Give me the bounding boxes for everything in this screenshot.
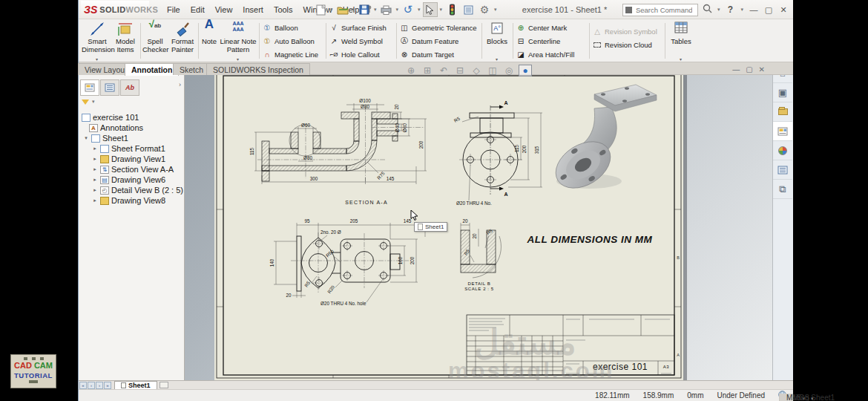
- top-view[interactable]: 95 205 145 140 20 2no. 20 Ø R50 R5 R20 1…: [269, 218, 425, 306]
- detail-view-b[interactable]: 20 20 R5 R5 DETAIL B SCALE 2 : 5: [461, 218, 501, 291]
- drawing-sheet[interactable]: B A Ø100 Ø: [214, 70, 683, 380]
- tree-item-sheet1[interactable]: ▾ Sheet1: [80, 133, 183, 143]
- menu-view[interactable]: View: [210, 5, 238, 14]
- tab-annotation[interactable]: Annotation: [125, 63, 179, 76]
- close-button[interactable]: ✕: [778, 5, 789, 15]
- surface-finish-button[interactable]: √Surface Finish: [329, 21, 387, 34]
- search-box[interactable]: [622, 4, 698, 16]
- select-caret[interactable]: ▾: [440, 7, 443, 13]
- restore-button[interactable]: ▢: [763, 5, 774, 15]
- tree-filter-row[interactable]: ▾: [82, 99, 95, 105]
- design-library-icon[interactable]: [773, 102, 792, 122]
- model-items-button[interactable]: Model Items: [113, 21, 138, 61]
- undo-caret[interactable]: ▾: [418, 7, 421, 13]
- options-gear-button[interactable]: ⚙: [477, 2, 492, 17]
- tab-solidworks-inspection[interactable]: SOLIDWORKS Inspection: [206, 63, 310, 75]
- linear-note-pattern-button[interactable]: AAAAAA Linear Note Pattern: [219, 21, 257, 61]
- tab-display-manager[interactable]: Ab: [120, 79, 139, 96]
- magnetic-line-button[interactable]: ∩Magnetic Line: [262, 48, 318, 61]
- new-document-button[interactable]: [313, 2, 328, 17]
- add-sheet-button[interactable]: [160, 382, 168, 388]
- weld-symbol-button[interactable]: ↗Weld Symbol: [329, 34, 387, 48]
- blocks-button[interactable]: A° Blocks: [484, 21, 510, 61]
- custom-properties-icon[interactable]: [773, 160, 792, 180]
- first-sheet-button[interactable]: «: [79, 382, 87, 389]
- smart-dimension-button[interactable]: Smart Dimension: [82, 21, 113, 61]
- expander-icon[interactable]: ▸: [92, 177, 98, 183]
- search-icon[interactable]: [703, 3, 712, 16]
- tree-item-drawing-view6[interactable]: ▸ ▤ Drawing View6: [80, 175, 183, 185]
- isometric-view[interactable]: [548, 85, 657, 198]
- tree-item-section-view[interactable]: ▸ ⇅ Section View A-A: [80, 164, 183, 175]
- section-view-a-a[interactable]: Ø100 Ø80 20 Ø60 Ø80 115 Ø40 Ø60 200 R75: [249, 98, 427, 205]
- file-properties-button[interactable]: [461, 2, 476, 17]
- open-caret[interactable]: ▾: [352, 7, 355, 13]
- zoom-fit-icon[interactable]: ⊕: [404, 65, 418, 76]
- section-view-icon[interactable]: ⊟: [453, 65, 467, 76]
- edit-appearance-icon[interactable]: ●: [519, 65, 532, 76]
- datum-target-button[interactable]: ⊗Datum Target: [399, 48, 476, 61]
- auto-balloon-button[interactable]: ①Auto Balloon: [262, 34, 318, 48]
- panel-expand-arrow[interactable]: ›: [179, 81, 181, 88]
- menu-insert[interactable]: Insert: [237, 5, 269, 14]
- tables-caret[interactable]: ▾: [680, 56, 682, 62]
- balloon-button[interactable]: ①Balloon: [262, 21, 318, 34]
- doc-restore-icon[interactable]: ▢: [746, 65, 752, 74]
- expander-icon[interactable]: ▸: [92, 146, 98, 151]
- undo-button[interactable]: ↺: [401, 2, 415, 17]
- help-button[interactable]: ?: [725, 4, 735, 15]
- menu-file[interactable]: File: [162, 5, 185, 14]
- revision-cloud-button[interactable]: Revision Cloud: [592, 38, 657, 51]
- sheet1-tab[interactable]: Sheet1: [114, 381, 157, 390]
- status-units[interactable]: MMGS▾: [779, 394, 793, 401]
- datum-feature-button[interactable]: ⒶDatum Feature: [399, 34, 476, 48]
- select-tool-button[interactable]: [423, 2, 438, 17]
- tree-item-annotations[interactable]: A Annotations: [80, 123, 183, 133]
- print-button[interactable]: [379, 2, 394, 17]
- centerline-button[interactable]: ⊟Centerline: [516, 34, 574, 48]
- spell-checker-button[interactable]: √ab Spell Checker: [142, 21, 168, 61]
- tab-property-manager[interactable]: [100, 79, 119, 96]
- tab-feature-tree[interactable]: [80, 79, 99, 96]
- file-explorer-icon[interactable]: [773, 122, 792, 141]
- tree-item-drawing-view1[interactable]: ▸ Drawing View1: [80, 154, 183, 164]
- appearances-icon[interactable]: [773, 141, 792, 160]
- prev-sheet-button[interactable]: ‹: [88, 382, 95, 389]
- front-view[interactable]: A A R5 115 200 315 Ø20 THRU 4 No.: [453, 100, 542, 206]
- blocks-caret[interactable]: ▾: [496, 56, 498, 62]
- minimize-button[interactable]: —: [749, 5, 759, 14]
- expander-open-icon[interactable]: ▾: [83, 135, 89, 141]
- forum-icon[interactable]: ⧉: [773, 180, 792, 199]
- search-input[interactable]: [634, 5, 694, 15]
- format-painter-button[interactable]: Format Painter: [169, 21, 196, 61]
- tables-button[interactable]: Tables: [668, 21, 694, 61]
- smart-dimension-caret[interactable]: ▾: [96, 56, 98, 62]
- save-button[interactable]: [357, 2, 372, 17]
- hide-show-icon[interactable]: ◎: [502, 65, 516, 76]
- solidworks-resources-icon[interactable]: ▣: [773, 83, 792, 102]
- doc-minimize-icon[interactable]: —: [732, 65, 740, 74]
- previous-view-icon[interactable]: ↶: [437, 65, 450, 76]
- doc-close-icon[interactable]: ✕: [759, 65, 765, 74]
- tab-sketch[interactable]: Sketch: [173, 63, 210, 75]
- rebuild-traffic-light-icon[interactable]: [444, 2, 459, 17]
- hole-callout-button[interactable]: ⌐ØHole Callout: [329, 48, 387, 61]
- expander-icon[interactable]: ▸: [92, 187, 98, 193]
- menu-edit[interactable]: Edit: [185, 5, 210, 14]
- graphics-area[interactable]: ⊕ ⊞ ↶ ⊟ ◇ ◫ ◎ ● — ▢ ✕: [185, 64, 772, 380]
- expander-icon[interactable]: ▸: [92, 198, 98, 203]
- center-mark-button[interactable]: ⊕Center Mark: [516, 21, 574, 34]
- area-hatch-button[interactable]: ◪Area Hatch/Fill: [516, 48, 574, 61]
- note-button[interactable]: A Note: [200, 21, 219, 61]
- open-button[interactable]: [335, 2, 350, 17]
- display-style-icon[interactable]: ◫: [486, 65, 499, 76]
- tree-item-drawing-view8[interactable]: ▸ Drawing View8: [80, 195, 183, 206]
- zoom-area-icon[interactable]: ⊞: [421, 65, 434, 76]
- last-sheet-button[interactable]: »: [104, 382, 111, 389]
- view-orientation-icon[interactable]: ◇: [470, 65, 483, 76]
- expander-icon[interactable]: ▸: [92, 156, 98, 162]
- tree-root-exercise-101[interactable]: exercise 101: [80, 112, 183, 123]
- expander-icon[interactable]: ▸: [92, 166, 98, 172]
- new-caret[interactable]: ▾: [330, 7, 333, 13]
- search-caret[interactable]: ▾: [717, 7, 720, 13]
